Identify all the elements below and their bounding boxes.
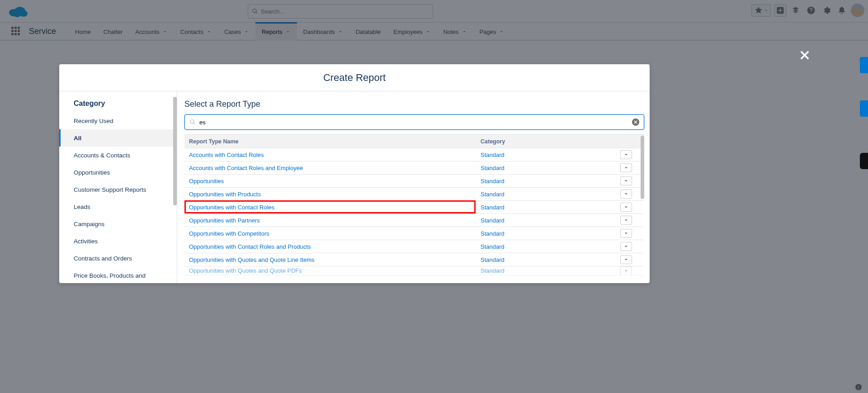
category-item[interactable]: Contracts and Orders <box>59 250 177 267</box>
create-report-modal: Create Report Category Recently UsedAllA… <box>59 64 650 283</box>
report-type-category: Standard <box>481 217 617 224</box>
side-panel-tab-1[interactable] <box>860 57 868 73</box>
row-action-button[interactable] <box>620 216 632 225</box>
category-sidebar: Category Recently UsedAllAccounts & Cont… <box>59 91 177 283</box>
report-type-category: Standard <box>481 243 617 250</box>
report-type-link[interactable]: Opportunities with Partners <box>184 217 481 224</box>
table-row: Accounts with Contact RolesStandard <box>184 148 644 161</box>
report-type-link[interactable]: Opportunities with Contact Roles <box>184 204 481 211</box>
table-row: Opportunities with CompetitorsStandard <box>184 227 644 240</box>
category-item[interactable]: Activities <box>59 232 177 250</box>
table-row: Opportunities with ProductsStandard <box>184 188 644 201</box>
panel-heading: Select a Report Type <box>184 99 644 109</box>
report-type-category: Standard <box>481 178 617 185</box>
row-action-button[interactable] <box>620 255 632 264</box>
sidebar-heading: Category <box>59 91 177 112</box>
table-row: OpportunitiesStandard <box>184 175 644 188</box>
report-type-link[interactable]: Accounts with Contact Roles <box>184 152 481 158</box>
table-row: Opportunities with Quotes and Quote PDFs… <box>184 266 644 275</box>
sidebar-scrollbar[interactable] <box>173 97 177 205</box>
report-type-link[interactable]: Accounts with Contact Roles and Employee <box>184 165 481 171</box>
category-item[interactable]: Recently Used <box>59 112 177 129</box>
report-type-category: Standard <box>481 152 617 158</box>
table-scrollbar[interactable] <box>641 136 644 199</box>
clear-search-icon[interactable] <box>632 118 639 126</box>
table-row: Opportunities with Contact RolesStandard <box>184 201 644 214</box>
report-type-search-input[interactable] <box>199 119 632 126</box>
report-type-category: Standard <box>481 204 617 211</box>
row-action-button[interactable] <box>620 203 632 212</box>
row-action-button[interactable] <box>620 242 632 251</box>
category-item[interactable]: Accounts & Contacts <box>59 147 177 164</box>
category-item[interactable]: All <box>59 129 177 147</box>
report-type-table: Report Type Name Category Accounts with … <box>184 134 644 283</box>
report-type-category: Standard <box>481 165 617 171</box>
table-row: Accounts with Contact Roles and Employee… <box>184 161 644 175</box>
report-type-link[interactable]: Opportunities with Competitors <box>184 230 481 237</box>
report-type-link[interactable]: Opportunities with Contact Roles and Pro… <box>184 243 481 250</box>
table-row: Opportunities with PartnersStandard <box>184 214 644 227</box>
col-header-name: Report Type Name <box>184 138 481 145</box>
report-type-category: Standard <box>481 230 617 237</box>
col-header-category: Category <box>481 138 617 145</box>
report-type-link[interactable]: Opportunities with Quotes and Quote Line… <box>184 256 481 263</box>
report-type-search[interactable] <box>184 114 644 130</box>
row-action-button[interactable] <box>620 229 632 238</box>
modal-close-button[interactable] <box>798 49 811 63</box>
row-action-button[interactable] <box>620 176 632 185</box>
category-item[interactable]: Customer Support Reports <box>59 181 177 198</box>
side-panel-tab-2[interactable] <box>860 100 868 117</box>
row-action-button[interactable] <box>620 266 632 275</box>
report-type-category: Standard <box>481 256 617 263</box>
row-action-button[interactable] <box>620 150 632 159</box>
category-item[interactable]: Campaigns <box>59 215 177 232</box>
table-row: Opportunities with Contact Roles and Pro… <box>184 240 644 253</box>
report-type-category: Standard <box>481 267 617 274</box>
category-item[interactable]: Leads <box>59 198 177 215</box>
table-row: Opportunities with Quotes and Quote Line… <box>184 253 644 266</box>
modal-title: Create Report <box>59 64 650 91</box>
table-header-row: Report Type Name Category <box>184 135 644 148</box>
report-type-link[interactable]: Opportunities with Quotes and Quote PDFs <box>184 267 481 274</box>
row-action-button[interactable] <box>620 189 632 199</box>
row-action-button[interactable] <box>620 163 632 172</box>
report-type-link[interactable]: Opportunities with Products <box>184 191 481 198</box>
category-item[interactable]: Opportunities <box>59 164 177 181</box>
report-type-link[interactable]: Opportunities <box>184 178 481 185</box>
report-type-panel: Select a Report Type Report Type Name Ca… <box>177 91 650 283</box>
side-panel-tab-3[interactable] <box>860 153 868 169</box>
category-item[interactable]: Price Books, Products and <box>59 267 177 283</box>
report-type-category: Standard <box>481 191 617 198</box>
